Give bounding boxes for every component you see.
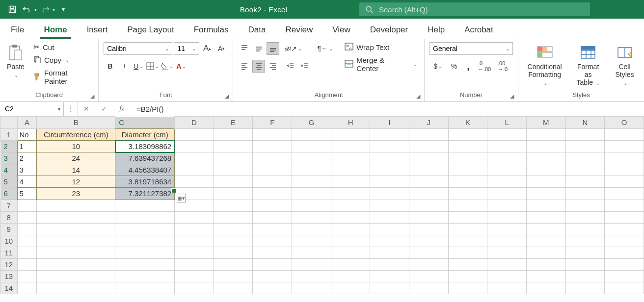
cell-M11[interactable] — [526, 247, 565, 258]
row-header-11[interactable]: 11 — [0, 247, 18, 258]
wrap-text-button[interactable]: abWrap Text — [343, 42, 419, 52]
cell-E5[interactable] — [214, 176, 253, 188]
align-middle-icon[interactable] — [252, 42, 265, 55]
cell-F9[interactable] — [253, 223, 292, 235]
align-center-icon[interactable] — [252, 60, 265, 73]
cell-N9[interactable] — [565, 223, 605, 235]
cell-B1[interactable]: Circumference (cm) — [37, 128, 115, 140]
cut-button[interactable]: ✂Cut — [31, 42, 93, 52]
shrink-font-icon[interactable]: A▾ — [215, 42, 228, 55]
cell-F8[interactable] — [253, 211, 292, 223]
cell-N6[interactable] — [565, 188, 605, 200]
col-header-C[interactable]: C — [115, 117, 174, 128]
cell-J4[interactable] — [409, 164, 449, 176]
cell-F13[interactable] — [253, 270, 292, 282]
cell-M1[interactable] — [526, 128, 565, 140]
col-header-O[interactable]: O — [605, 117, 644, 129]
cell-N2[interactable] — [565, 140, 605, 152]
cell-H12[interactable] — [331, 258, 370, 270]
cell-I4[interactable] — [370, 164, 409, 176]
cell-K4[interactable] — [448, 164, 487, 176]
cell-E4[interactable] — [214, 164, 253, 176]
cell-B9[interactable] — [37, 223, 115, 235]
cell-J11[interactable] — [409, 247, 449, 258]
merge-center-button[interactable]: Merge & Center⌄ — [343, 55, 419, 73]
name-box[interactable]: C2▾ — [0, 102, 64, 116]
cell-O5[interactable] — [605, 176, 644, 188]
underline-button[interactable]: U⌄ — [132, 60, 145, 73]
cell-N7[interactable] — [565, 200, 605, 211]
cell-O10[interactable] — [605, 235, 644, 247]
cell-H7[interactable] — [331, 200, 370, 211]
cell-B6[interactable]: 23 — [37, 188, 115, 200]
cell-A7[interactable] — [17, 200, 37, 211]
cell-A3[interactable]: 2 — [17, 152, 37, 164]
cell-H2[interactable] — [331, 140, 370, 152]
cell-C7[interactable] — [115, 200, 175, 211]
cell-E10[interactable] — [214, 235, 253, 247]
enter-formula-icon[interactable]: ✓ — [95, 102, 113, 116]
cell-O12[interactable] — [605, 258, 644, 270]
cell-J13[interactable] — [409, 270, 449, 282]
cell-B14[interactable] — [37, 282, 115, 294]
decrease-decimal-icon[interactable]: .00→.0 — [494, 60, 511, 73]
cell-K7[interactable] — [448, 200, 487, 211]
cell-G3[interactable] — [292, 152, 331, 164]
cell-H3[interactable] — [331, 152, 370, 164]
undo-button[interactable] — [21, 3, 33, 16]
align-top-icon[interactable] — [238, 42, 251, 55]
cell-O1[interactable] — [605, 128, 644, 140]
cell-C11[interactable] — [115, 247, 175, 258]
cell-L14[interactable] — [487, 282, 527, 294]
tab-home[interactable]: Home — [40, 20, 71, 39]
cell-M9[interactable] — [526, 223, 565, 235]
cell-A2[interactable]: 1 — [17, 140, 37, 152]
cell-O13[interactable] — [605, 270, 644, 282]
cell-L9[interactable] — [487, 223, 527, 235]
cell-C6[interactable]: 7.321127382 — [115, 188, 175, 200]
cell-A8[interactable] — [17, 211, 37, 223]
cell-I8[interactable] — [370, 211, 409, 223]
cell-D5[interactable] — [175, 176, 214, 188]
col-header-F[interactable]: F — [253, 117, 292, 129]
cell-K13[interactable] — [448, 270, 487, 282]
tab-file[interactable]: File — [7, 20, 28, 39]
cell-G7[interactable] — [292, 200, 331, 211]
cell-J14[interactable] — [409, 282, 449, 294]
cell-A6[interactable]: 5 — [17, 188, 37, 200]
cell-I5[interactable] — [370, 176, 409, 188]
alignment-dialog-icon[interactable]: ◢ — [416, 93, 420, 100]
cell-O11[interactable] — [605, 247, 644, 258]
cell-K3[interactable] — [448, 152, 487, 164]
cell-H8[interactable] — [331, 211, 370, 223]
cell-J3[interactable] — [409, 152, 449, 164]
cell-K2[interactable] — [448, 140, 487, 152]
cell-L3[interactable] — [487, 152, 527, 164]
align-right-icon[interactable] — [267, 60, 279, 73]
cell-L4[interactable] — [487, 164, 527, 176]
cell-D2[interactable] — [175, 140, 214, 152]
cell-N10[interactable] — [565, 235, 605, 247]
accounting-format-icon[interactable]: $⌄ — [429, 60, 446, 73]
cell-J10[interactable] — [409, 235, 449, 247]
font-name-select[interactable]: Calibri⌄ — [104, 42, 172, 55]
cell-D11[interactable] — [175, 247, 214, 258]
cell-M10[interactable] — [526, 235, 565, 247]
cell-K1[interactable] — [448, 128, 487, 140]
cell-N4[interactable] — [565, 164, 605, 176]
cell-G9[interactable] — [292, 223, 331, 235]
cell-L13[interactable] — [487, 270, 527, 282]
row-header-8[interactable]: 8 — [0, 211, 18, 223]
cell-N3[interactable] — [565, 152, 605, 164]
cell-F2[interactable] — [253, 140, 292, 152]
increase-decimal-icon[interactable]: .0←.00 — [476, 60, 493, 73]
tab-acrobat[interactable]: Acrobat — [460, 20, 497, 39]
cell-C8[interactable] — [115, 211, 175, 223]
select-all-corner[interactable] — [0, 117, 18, 129]
format-painter-button[interactable]: Format Painter — [31, 68, 93, 86]
cell-A13[interactable] — [17, 270, 37, 282]
col-header-J[interactable]: J — [409, 117, 449, 129]
cell-H9[interactable] — [331, 223, 370, 235]
cell-A1[interactable]: No — [17, 128, 37, 140]
cell-I7[interactable] — [370, 200, 409, 211]
